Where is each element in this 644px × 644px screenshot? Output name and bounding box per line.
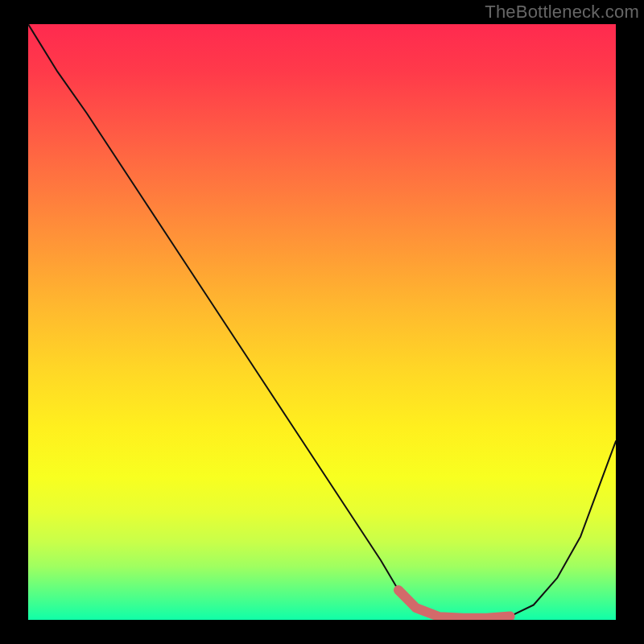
curve-svg	[28, 24, 616, 620]
watermark-label: TheBottleneck.com	[485, 2, 639, 23]
chart-frame: TheBottleneck.com	[0, 0, 644, 644]
plot-area	[28, 24, 616, 620]
bottleneck-curve	[28, 24, 616, 618]
optimal-range-highlight	[398, 590, 510, 618]
